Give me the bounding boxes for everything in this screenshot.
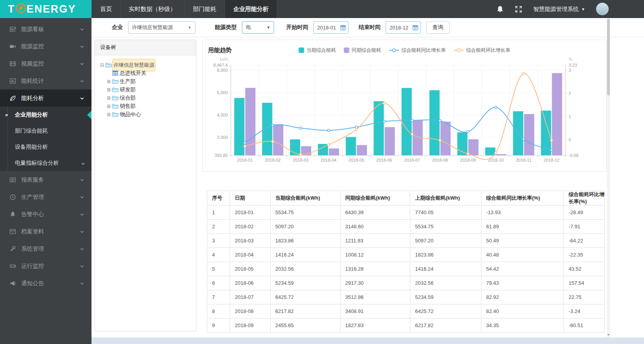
tree-node-2[interactable]: 总进线开关 [98, 69, 193, 77]
tree-node-3[interactable]: ⊞生产部 [98, 77, 193, 86]
tree-toggle-plus-icon[interactable]: ⊞ [106, 79, 112, 84]
logo-text-left: T [8, 4, 15, 15]
table-cell: 4 [207, 248, 230, 262]
chevron-down-icon [80, 246, 84, 251]
sidebar-subitem-3[interactable]: 设备用能分析 [0, 139, 91, 155]
table-cell: 3148.60 [340, 220, 410, 234]
sidebar-item-9[interactable]: 档案资料 [0, 223, 91, 240]
legend-label: 综合能耗环比增长率 [466, 47, 510, 54]
table-cell: 40.48 [481, 248, 564, 262]
chart-header: 用能趋势 当期综合能耗同期综合能耗综合能耗同比增长率综合能耗环比增长率 [208, 44, 601, 56]
tree-node-1[interactable]: ⊟许继信息智慧能源 [98, 61, 193, 69]
tree-node-label[interactable]: 综合部 [120, 95, 136, 102]
table-cell: 7740.05 [410, 206, 481, 220]
tree-node-label[interactable]: 销售部 [120, 103, 136, 110]
user-avatar[interactable] [596, 3, 609, 15]
sidebar-item-7[interactable]: 生产管理 [0, 188, 91, 206]
company-label: 企业 [112, 24, 123, 31]
sidebar-item-2[interactable]: 能源监控 [0, 38, 91, 55]
sidebar-item-8[interactable]: 告警中心 [0, 206, 91, 223]
table-cell: 1823.86 [410, 248, 481, 262]
tree-node-4[interactable]: ⊞研发部 [98, 86, 193, 94]
tree-toggle-plus-icon[interactable]: ⊞ [106, 87, 112, 93]
megaphone-icon [9, 280, 16, 287]
tree-toggle-minus-icon[interactable]: ⊟ [99, 62, 105, 68]
calendar-icon[interactable] [340, 25, 346, 31]
table-cell: -13.93 [481, 206, 564, 220]
legend-item-4[interactable]: 综合能耗环比增长率 [454, 47, 510, 54]
table-cell: -60.51 [564, 319, 605, 333]
logo-text-right: ENERGY [27, 4, 76, 15]
sidebar-item-6[interactable]: 报表服务 [0, 171, 91, 188]
sidebar-item-5[interactable]: 能耗分析 [0, 89, 91, 107]
sidebar-item-10[interactable]: 系统管理 [0, 240, 91, 257]
energy-type-select[interactable]: 电 ▼ [242, 21, 274, 34]
start-time-input[interactable] [317, 25, 338, 31]
svg-text:kWh: kWh [220, 57, 229, 62]
sidebar-item-12[interactable]: 通知公告 [0, 275, 91, 292]
tree-node-6[interactable]: ⊞销售部 [98, 102, 193, 110]
energy-type-value: 电 [246, 24, 251, 31]
nav-tab-1[interactable]: 首页 [91, 0, 121, 18]
tree-node-label[interactable]: 总进线开关 [120, 70, 146, 77]
sidebar-subitem-1[interactable]: »企业用能分析 [0, 107, 91, 123]
table-cell: 5097.20 [410, 234, 481, 248]
sidebar-item-4[interactable]: 能耗统计 [0, 72, 91, 89]
sidebar-subitem-2[interactable]: 部门综合能耗 [0, 123, 91, 139]
chevron-down-icon [80, 281, 84, 286]
tree-node-7[interactable]: ⊞物品中心 [98, 110, 193, 118]
sidebar-item-3[interactable]: 视频监控 [0, 55, 91, 72]
start-time-field [313, 21, 349, 34]
company-select[interactable]: 许继信息智慧能源 ▼ [128, 21, 196, 34]
table-cell: 2 [207, 220, 230, 234]
notification-bell-icon[interactable] [496, 5, 504, 13]
sidebar-item-label: 能耗统计 [21, 77, 75, 85]
device-tree: ⊟许继信息智慧能源总进线开关⊞生产部⊞研发部⊞综合部⊞销售部⊞物品中心 [95, 55, 196, 124]
topbar: T ENERGY 首页实时数据（秒级）部门能耗企业用能分析 智慧能源管理系统 ▼ [0, 0, 644, 18]
table-cell: 5534.75 [271, 206, 340, 220]
table-column-header: 日期 [230, 191, 271, 206]
sidebar-item-1[interactable]: 能源看板 [0, 20, 91, 38]
scrollbar-thumb[interactable] [607, 19, 610, 95]
svg-text:2018-04: 2018-04 [320, 158, 336, 162]
table-row: 72018-076425.723512.865234.5982.9222.75 [207, 290, 605, 304]
topbar-right: 智慧能源管理系统 ▼ [496, 0, 644, 18]
nav-tab-3[interactable]: 部门能耗 [185, 0, 225, 18]
chevron-down-icon [80, 177, 84, 182]
fullscreen-icon[interactable] [515, 5, 522, 13]
scrollbar-down-arrow[interactable]: ▼ [607, 332, 610, 338]
legend-item-1[interactable]: 当期综合能耗 [299, 47, 336, 54]
filter-bar: 企业 许继信息智慧能源 ▼ 能源类型 电 ▼ 开始时间 结束时间 [91, 18, 644, 37]
nav-tab-2[interactable]: 实时数据（秒级） [121, 0, 185, 18]
table-cell: 61.89 [481, 220, 564, 234]
table-row: 12018-015534.756430.397740.05-13.93-28.4… [207, 206, 605, 220]
table-cell: 54.42 [481, 262, 564, 276]
calendar-icon[interactable] [412, 25, 418, 31]
sidebar-item-label: 视频监控 [21, 60, 75, 67]
svg-text:2: 2 [569, 91, 571, 96]
tree-node-label[interactable]: 研发部 [120, 86, 136, 93]
sidebar-item-11[interactable]: 运行监控 [0, 257, 91, 275]
vertical-scrollbar[interactable]: ▼ [607, 18, 610, 338]
table-cell: 82.40 [481, 304, 564, 319]
sidebar-item-label: 档案资料 [21, 228, 75, 235]
query-button[interactable]: 查询 [426, 21, 450, 34]
horizontal-scrollbar[interactable] [91, 338, 644, 344]
legend-item-2[interactable]: 同期综合能耗 [344, 47, 381, 54]
drive-icon [9, 263, 16, 269]
svg-text:2018-07: 2018-07 [404, 158, 420, 162]
energy-trend-chart[interactable]: 8,467.48,0006,0004,0002,000393.853.23321… [208, 56, 601, 171]
tree-toggle-plus-icon[interactable]: ⊞ [106, 104, 112, 109]
tree-node-label[interactable]: 物品中心 [120, 111, 141, 118]
legend-item-3[interactable]: 综合能耗同比增长率 [389, 47, 446, 54]
legend-label: 当期综合能耗 [307, 47, 336, 54]
tree-node-5[interactable]: ⊞综合部 [98, 94, 193, 102]
system-name-dropdown[interactable]: 智慧能源管理系统 ▼ [533, 5, 585, 13]
tree-toggle-plus-icon[interactable]: ⊞ [106, 95, 112, 101]
table-cell: 2917.30 [340, 276, 410, 290]
sidebar-subitem-4[interactable]: 电量指标综合分析 [0, 155, 91, 171]
end-time-input[interactable] [390, 25, 410, 31]
tree-toggle-plus-icon[interactable]: ⊞ [106, 112, 112, 117]
nav-tab-4[interactable]: 企业用能分析 [225, 0, 277, 18]
tree-node-label[interactable]: 生产部 [120, 78, 136, 85]
